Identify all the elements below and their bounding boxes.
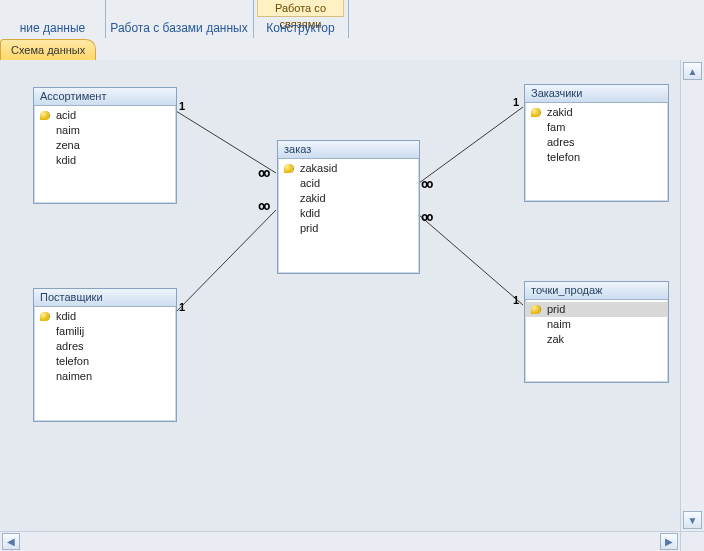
field-pk[interactable]: prid [525,302,668,317]
relationship-line[interactable] [419,215,523,305]
table-title[interactable]: заказ [278,141,419,159]
field[interactable]: zakid [278,191,419,206]
ribbon-tab-label[interactable]: Работа с базами данных [105,21,253,35]
field-pk[interactable]: acid [34,108,176,123]
field[interactable]: naim [34,123,176,138]
table-title[interactable]: Поставщики [34,289,176,307]
field-pk[interactable]: zakasid [278,161,419,176]
scrollbar-corner [680,531,704,551]
field[interactable]: adres [34,339,176,354]
field-list: kdidfamilijadrestelefonnaimen [34,307,176,386]
field-list: acidnaimzenakdid [34,106,176,170]
cardinality-many: oo [258,166,268,180]
horizontal-scrollbar[interactable]: ◀ ▶ [0,531,680,551]
cardinality-one: 1 [179,301,185,313]
field[interactable]: telefon [525,150,668,165]
relationship-line[interactable] [176,210,276,312]
table-box-zakazch[interactable]: Заказчикиzakidfamadrestelefon [524,84,669,202]
table-box-postav[interactable]: Поставщикиkdidfamilijadrestelefonnaimen [33,288,177,422]
relationship-line[interactable] [176,111,276,173]
document-tab-active[interactable]: Схема данных [0,39,96,60]
field[interactable]: fam [525,120,668,135]
field[interactable]: zena [34,138,176,153]
relationship-line[interactable] [419,107,523,183]
table-box-tochki[interactable]: точки_продажpridnaimzak [524,281,669,383]
ribbon-group: Работа со связями Конструктор [253,0,349,38]
field[interactable]: telefon [34,354,176,369]
scroll-down-button[interactable]: ▼ [683,511,702,529]
ribbon-tab-label[interactable]: Конструктор [253,21,348,35]
cardinality-one: 1 [513,96,519,108]
field[interactable]: naimen [34,369,176,384]
ribbon-group: Работа с базами данных [105,0,254,38]
field[interactable]: acid [278,176,419,191]
field[interactable]: zak [525,332,668,347]
scroll-up-button[interactable]: ▲ [683,62,702,80]
cardinality-many: oo [421,177,431,191]
field[interactable]: naim [525,317,668,332]
field-pk[interactable]: zakid [525,105,668,120]
ribbon-tab-label[interactable]: ние данные [0,21,105,35]
cardinality-one: 1 [179,100,185,112]
ribbon: ние данные Работа с базами данных Работа… [0,0,704,39]
scroll-right-button[interactable]: ▶ [660,533,678,550]
scroll-left-button[interactable]: ◀ [2,533,20,550]
field-pk[interactable]: kdid [34,309,176,324]
field[interactable]: familij [34,324,176,339]
vertical-scrollbar[interactable]: ▲ ▼ [680,60,704,531]
cardinality-one: 1 [513,294,519,306]
table-title[interactable]: точки_продаж [525,282,668,300]
table-title[interactable]: Ассортимент [34,88,176,106]
field[interactable]: adres [525,135,668,150]
table-title[interactable]: Заказчики [525,85,668,103]
table-box-zakaz[interactable]: заказzakasidacidzakidkdidprid [277,140,420,274]
field[interactable]: kdid [34,153,176,168]
field-list: pridnaimzak [525,300,668,349]
document-tab-bar: Схема данных [0,38,704,61]
relationships-canvas[interactable]: Ассортиментacidnaimzenakdidзаказzakasida… [0,60,680,531]
contextual-tool-tab[interactable]: Работа со связями [257,0,344,17]
cardinality-many: oo [258,199,268,213]
table-box-assort[interactable]: Ассортиментacidnaimzenakdid [33,87,177,204]
field[interactable]: prid [278,221,419,236]
field-list: zakidfamadrestelefon [525,103,668,167]
field[interactable]: kdid [278,206,419,221]
field-list: zakasidacidzakidkdidprid [278,159,419,238]
cardinality-many: oo [421,210,431,224]
ribbon-group: ние данные [0,0,106,38]
